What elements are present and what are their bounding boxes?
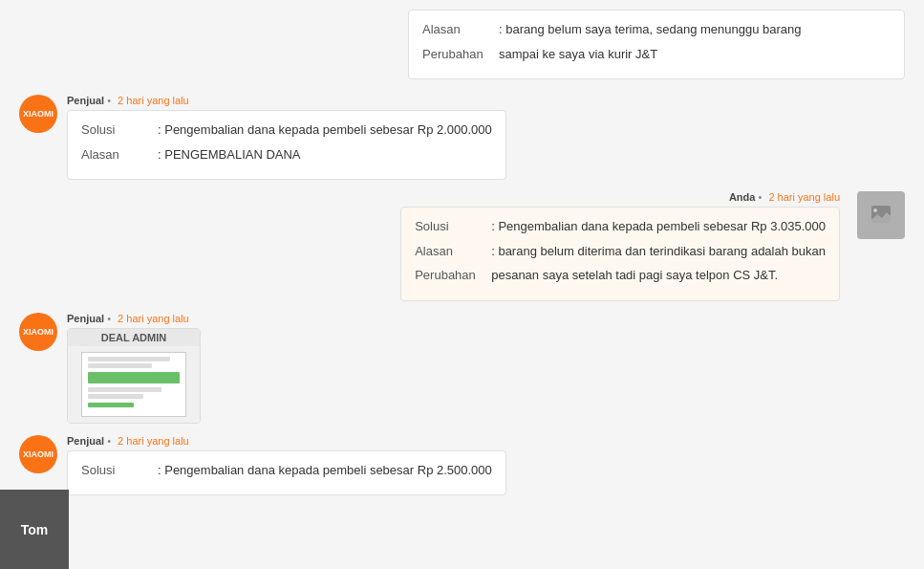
tom-label: Tom (0, 490, 69, 569)
message-meta-2: Anda • 2 hari yang lalu (400, 191, 840, 203)
message-row-4: XIAOMI Penjual • 2 hari yang lalu Solusi… (0, 435, 924, 496)
bubble-label-2-0: Solusi (415, 217, 491, 236)
sender-name-4: Penjual (67, 435, 104, 447)
message-meta-4: Penjual • 2 hari yang lalu (67, 435, 506, 447)
bubble-label-2-1: Alasan (415, 242, 491, 261)
bubble-2: Solusi : Pengembalian dana kepada pembel… (400, 207, 840, 301)
bullet-3: • (107, 313, 114, 324)
value-alasan-top: : barang belum saya terima, sedang menun… (499, 20, 802, 39)
bullet-2: • (758, 191, 764, 203)
bubble-value-2-0: : Pengembalian dana kepada pembeli sebes… (491, 217, 826, 236)
bubble-value-1-0: : Pengembalian dana kepada pembeli sebes… (158, 120, 492, 140)
time-1: 2 hari yang lalu (118, 95, 189, 106)
bubble-value-1-1: : PENGEMBALIAN DANA (158, 145, 301, 164)
bubble-value-2-2: pesanan saya setelah tadi pagi saya telp… (491, 266, 778, 285)
bubble-label-1-0: Solusi (81, 120, 158, 140)
bullet-1: • (107, 95, 114, 106)
bubble-label-1-1: Alasan (81, 145, 158, 164)
preview-line-3 (88, 387, 161, 392)
bubble-row-2-0: Solusi : Pengembalian dana kepada pembel… (415, 217, 826, 236)
message-meta-1: Penjual • 2 hari yang lalu (67, 95, 506, 106)
avatar-penjual-1: XIAOMI (19, 95, 57, 133)
preview-green (88, 372, 180, 383)
deal-admin-label: DEAL ADMIN (68, 329, 200, 346)
sender-name-2: Anda (729, 191, 756, 203)
preview-line-4 (88, 394, 143, 399)
preview-line-1 (88, 357, 170, 361)
time-2: 2 hari yang lalu (768, 191, 840, 203)
preview-line-5 (88, 403, 134, 407)
bubble-value-4-0: : Pengembalian dana kepada pembeli sebes… (158, 461, 492, 480)
bubble-row-1-1: Alasan : PENGEMBALIAN DANA (81, 145, 492, 164)
bubble-row-2-1: Alasan : barang belum diterima dan terin… (415, 242, 826, 261)
message-content-4: Penjual • 2 hari yang lalu Solusi : Peng… (67, 435, 506, 496)
message-content-2: Anda • 2 hari yang lalu Solusi : Pengemb… (400, 191, 840, 301)
label-alasan-top: Alasan (422, 20, 499, 39)
bubble-value-2-1: : barang belum diterima dan terindikasi … (491, 242, 826, 261)
avatar-penjual-3: XIAOMI (19, 313, 57, 351)
time-4: 2 hari yang lalu (118, 435, 189, 447)
user-avatar-placeholder-2 (857, 191, 905, 239)
message-meta-3: Penjual • 2 hari yang lalu (67, 313, 201, 324)
bubble-row-2-2: Perubahan pesanan saya setelah tadi pagi… (415, 266, 826, 285)
bubble-4: Solusi : Pengembalian dana kepada pembel… (67, 450, 506, 496)
preview-line-2 (88, 363, 152, 368)
bullet-4: • (107, 435, 114, 447)
deal-admin-preview (68, 346, 200, 423)
message-row-1: XIAOMI Penjual • 2 hari yang lalu Solusi… (0, 95, 924, 180)
avatar-penjual-4: XIAOMI (19, 435, 57, 473)
message-row-2: Anda • 2 hari yang lalu Solusi : Pengemb… (0, 191, 924, 301)
svg-point-2 (873, 208, 877, 212)
partial-top-bubble: Alasan : barang belum saya terima, sedan… (408, 10, 905, 79)
bubble-label-2-2: Perubahan (415, 266, 491, 285)
bubble-label-4-0: Solusi (81, 461, 158, 480)
bubble-1: Solusi : Pengembalian dana kepada pembel… (67, 110, 506, 180)
bubble-row-1-0: Solusi : Pengembalian dana kepada pembel… (81, 120, 492, 140)
bubble-row-4-0: Solusi : Pengembalian dana kepada pembel… (81, 461, 492, 480)
sender-name-1: Penjual (67, 95, 104, 106)
time-3: 2 hari yang lalu (118, 313, 189, 324)
deal-admin-card[interactable]: DEAL ADMIN (67, 328, 201, 424)
message-row-3: XIAOMI Penjual • 2 hari yang lalu DEAL A… (0, 313, 924, 424)
message-content-1: Penjual • 2 hari yang lalu Solusi : Peng… (67, 95, 506, 180)
value-perubahan-top: sampai ke saya via kurir J&T (499, 45, 657, 64)
deal-admin-preview-inner (81, 352, 186, 417)
message-content-3: Penjual • 2 hari yang lalu DEAL ADMIN (67, 313, 201, 424)
label-perubahan-top: Perubahan (422, 45, 499, 64)
chat-container: Alasan : barang belum saya terima, sedan… (0, 0, 924, 516)
sender-name-3: Penjual (67, 313, 104, 324)
